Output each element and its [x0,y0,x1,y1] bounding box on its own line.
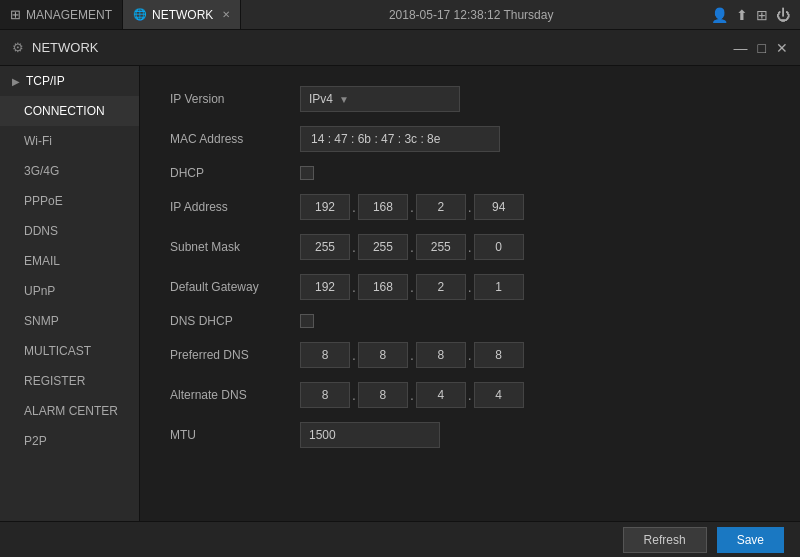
content-area: IP Version IPv4 ▼ MAC Address 14 : 47 : … [140,66,800,521]
mac-address-row: MAC Address 14 : 47 : 6b : 47 : 3c : 8e [170,126,770,152]
preferred-dns-octet-1[interactable]: 8 [300,342,350,368]
top-bar: ⊞ MANAGEMENT 🌐 NETWORK ✕ 2018-05-17 12:3… [0,0,800,30]
ip-address-row: IP Address 192 . 168 . 2 . 94 [170,194,770,220]
subnet-mask-row: Subnet Mask 255 . 255 . 255 . 0 [170,234,770,260]
mtu-value: 1500 [309,428,336,442]
sidebar-item-label: CONNECTION [24,104,105,118]
dhcp-label: DHCP [170,166,300,180]
alternate-dns-octet-2[interactable]: 8 [358,382,408,408]
sidebar-group-tcpip[interactable]: ▶ TCP/IP [0,66,139,96]
top-bar-actions: 👤 ⬆ ⊞ ⏻ [701,7,800,23]
ip-dot-1: . [350,199,358,215]
subnet-mask-octet-1[interactable]: 255 [300,234,350,260]
gw-dot-1: . [350,279,358,295]
sidebar-item-label: SNMP [24,314,59,328]
default-gateway-control: 192 . 168 . 2 . 1 [300,274,524,300]
mtu-input[interactable]: 1500 [300,422,440,448]
sidebar-item-label: 3G/4G [24,164,59,178]
sidebar-item-alarm-center[interactable]: ALARM CENTER [0,396,139,426]
sidebar-item-register[interactable]: REGISTER [0,366,139,396]
dhcp-control [300,166,314,180]
sidebar-item-wifi[interactable]: Wi-Fi [0,126,139,156]
main-layout: ▶ TCP/IP CONNECTION Wi-Fi 3G/4G PPPoE DD… [0,66,800,521]
ip-address-octet-4[interactable]: 94 [474,194,524,220]
subnet-mask-octet-4[interactable]: 0 [474,234,524,260]
sidebar-item-pppoe[interactable]: PPPoE [0,186,139,216]
mac-address-label: MAC Address [170,132,300,146]
mac-address-value: 14 : 47 : 6b : 47 : 3c : 8e [311,132,440,146]
alternate-dns-octet-4[interactable]: 4 [474,382,524,408]
save-button[interactable]: Save [717,527,784,553]
sidebar-item-multicast[interactable]: MULTICAST [0,336,139,366]
export-icon[interactable]: ⬆ [736,7,748,23]
dns-dhcp-checkbox[interactable] [300,314,314,328]
user-icon[interactable]: 👤 [711,7,728,23]
sidebar-item-label: UPnP [24,284,55,298]
sidebar-item-p2p[interactable]: P2P [0,426,139,456]
subnet-dot-1: . [350,239,358,255]
gateway-octet-3[interactable]: 2 [416,274,466,300]
alternate-dns-octet-1[interactable]: 8 [300,382,350,408]
preferred-dns-octet-4[interactable]: 8 [474,342,524,368]
grid-view-icon[interactable]: ⊞ [756,7,768,23]
dhcp-row: DHCP [170,166,770,180]
title-bar: ⚙ NETWORK — □ ✕ [0,30,800,66]
sidebar-item-label: ALARM CENTER [24,404,118,418]
adns-dot-2: . [408,387,416,403]
preferred-dns-octet-3[interactable]: 8 [416,342,466,368]
gateway-octet-4[interactable]: 1 [474,274,524,300]
alternate-dns-octet-3[interactable]: 4 [416,382,466,408]
close-button[interactable]: ✕ [776,40,788,56]
preferred-dns-control: 8 . 8 . 8 . 8 [300,342,524,368]
subnet-dot-2: . [408,239,416,255]
maximize-button[interactable]: □ [758,40,766,56]
gateway-octet-2[interactable]: 168 [358,274,408,300]
ip-version-control: IPv4 ▼ [300,86,460,112]
ip-address-octet-2[interactable]: 168 [358,194,408,220]
network-tab[interactable]: 🌐 NETWORK ✕ [123,0,241,29]
alternate-dns-label: Alternate DNS [170,388,300,402]
network-title-icon: ⚙ [12,40,24,55]
network-tab-label: NETWORK [152,8,213,22]
ip-version-select[interactable]: IPv4 ▼ [300,86,460,112]
mtu-control: 1500 [300,422,440,448]
ip-dot-2: . [408,199,416,215]
dropdown-arrow-icon: ▼ [339,94,349,105]
pdns-dot-3: . [466,347,474,363]
mtu-row: MTU 1500 [170,422,770,448]
ip-version-label: IP Version [170,92,300,106]
power-icon[interactable]: ⏻ [776,7,790,23]
refresh-button[interactable]: Refresh [623,527,707,553]
dns-dhcp-row: DNS DHCP [170,314,770,328]
window-controls: — □ ✕ [734,40,788,56]
gateway-octet-1[interactable]: 192 [300,274,350,300]
minimize-button[interactable]: — [734,40,748,56]
ip-address-octet-3[interactable]: 2 [416,194,466,220]
ip-address-label: IP Address [170,200,300,214]
sidebar-item-connection[interactable]: CONNECTION [0,96,139,126]
sidebar-item-snmp[interactable]: SNMP [0,306,139,336]
sidebar-item-label: Wi-Fi [24,134,52,148]
dhcp-checkbox[interactable] [300,166,314,180]
gw-dot-2: . [408,279,416,295]
ip-address-octet-1[interactable]: 192 [300,194,350,220]
sidebar-item-ddns[interactable]: DDNS [0,216,139,246]
sidebar-item-upnp[interactable]: UPnP [0,276,139,306]
close-tab-button[interactable]: ✕ [222,9,230,20]
preferred-dns-row: Preferred DNS 8 . 8 . 8 . 8 [170,342,770,368]
dns-dhcp-control [300,314,314,328]
subnet-mask-label: Subnet Mask [170,240,300,254]
sidebar-item-label: EMAIL [24,254,60,268]
sidebar-item-email[interactable]: EMAIL [0,246,139,276]
management-tab[interactable]: ⊞ MANAGEMENT [0,0,123,29]
preferred-dns-octet-2[interactable]: 8 [358,342,408,368]
sidebar-item-3g4g[interactable]: 3G/4G [0,156,139,186]
mac-address-control: 14 : 47 : 6b : 47 : 3c : 8e [300,126,500,152]
dns-dhcp-label: DNS DHCP [170,314,300,328]
ip-address-control: 192 . 168 . 2 . 94 [300,194,524,220]
sidebar-item-label: P2P [24,434,47,448]
subnet-dot-3: . [466,239,474,255]
grid-icon: ⊞ [10,7,21,22]
subnet-mask-octet-3[interactable]: 255 [416,234,466,260]
subnet-mask-octet-2[interactable]: 255 [358,234,408,260]
